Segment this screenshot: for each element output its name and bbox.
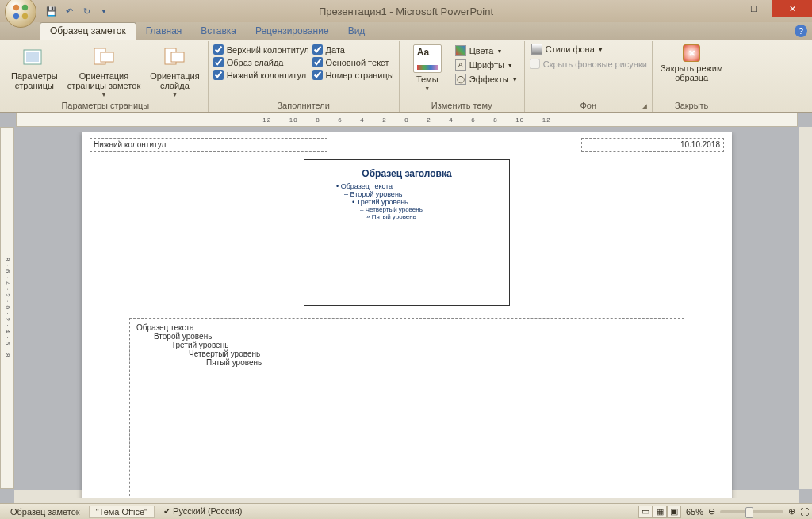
svg-point-0 — [13, 5, 19, 10]
view-buttons: ▭ ▦ ▣ — [638, 506, 681, 518]
ribbon: Параметры страницы Ориентация страницы з… — [0, 40, 812, 113]
zoom-value[interactable]: 65% — [686, 507, 703, 517]
page-setup-icon — [21, 44, 47, 70]
status-language[interactable]: ✔ Русский (Россия) — [156, 505, 249, 518]
zoom-in-button[interactable]: ⊕ — [788, 506, 795, 517]
edit-canvas[interactable]: Нижний колонтитул 10.10.2018 Образец заг… — [19, 132, 795, 498]
maximize-button[interactable]: ☐ — [736, 0, 772, 17]
help-icon[interactable]: ? — [795, 25, 807, 37]
redo-icon[interactable]: ↻ — [79, 4, 94, 18]
notes-orientation-icon — [91, 44, 117, 70]
chk-hide-bg-graphics[interactable]: Скрыть фоновые рисунки — [530, 59, 647, 69]
page-setup-label: Параметры страницы — [11, 71, 58, 90]
close-icon: ✕ — [683, 44, 700, 62]
header-placeholder[interactable]: Нижний колонтитул — [90, 138, 327, 152]
close-button[interactable]: ✕ — [772, 0, 812, 17]
fonts-icon: A — [455, 59, 466, 71]
zoom-slider[interactable] — [720, 510, 783, 513]
slide-image-placeholder[interactable]: Образец заголовка Образец текста Второй … — [304, 159, 510, 306]
chk-footer[interactable]: Нижний колонтитул — [213, 70, 309, 80]
qat-dropdown-icon[interactable]: ▼ — [97, 4, 111, 18]
date-placeholder[interactable]: 10.10.2018 — [581, 138, 724, 152]
svg-point-2 — [13, 13, 19, 19]
status-bar: Образец заметок "Тема Office" ✔ Русский … — [0, 503, 812, 519]
status-master[interactable]: Образец заметок — [3, 506, 87, 518]
colors-icon — [455, 45, 466, 56]
slide-title-sample: Образец заголовка — [304, 160, 509, 182]
group-page-label: Параметры страницы — [8, 100, 203, 112]
slideshow-view-icon[interactable]: ▣ — [667, 506, 681, 518]
group-placeholders-label: Заполнители — [213, 100, 394, 112]
svg-point-3 — [22, 13, 28, 19]
themes-button[interactable]: Темы ▼ — [404, 43, 450, 93]
theme-effects-button[interactable]: ◯Эффекты ▼ — [454, 73, 519, 86]
save-icon[interactable]: 💾 — [44, 4, 59, 18]
vertical-ruler[interactable]: 8 · 6 · 4 · 2 · 0 · 2 · 4 · 6 · 8 — [0, 127, 14, 489]
group-bg-label: Фон◢ — [530, 100, 647, 112]
chevron-down-icon: ▼ — [424, 86, 430, 91]
group-close-label: Закрыть — [657, 100, 726, 112]
slide-text-levels: Образец текста Второй уровень Третий уро… — [304, 182, 509, 220]
group-placeholders: Верхний колонтитул Образ слайда Нижний к… — [209, 41, 400, 112]
bg-styles-icon — [531, 44, 542, 55]
tab-review[interactable]: Рецензирование — [246, 23, 339, 40]
background-styles-button[interactable]: Стили фона ▼ — [530, 43, 605, 55]
spellcheck-icon: ✔ — [163, 506, 170, 516]
sorter-view-icon[interactable]: ▦ — [653, 506, 667, 518]
notes-orientation-label: Ориентация страницы заметок — [67, 71, 141, 90]
theme-fonts-button[interactable]: AШрифты ▼ — [454, 59, 519, 71]
chk-header[interactable]: Верхний колонтитул — [213, 44, 309, 55]
normal-view-icon[interactable]: ▭ — [638, 506, 653, 518]
chevron-down-icon: ▼ — [101, 92, 106, 97]
title-bar: 💾 ↶ ↻ ▼ Презентация1 - Microsoft PowerPo… — [0, 0, 812, 22]
window-buttons: — ☐ ✕ — [699, 0, 812, 17]
group-close: ✕ Закрыть режим образца Закрыть — [653, 41, 731, 112]
svg-rect-5 — [26, 52, 39, 62]
vertical-scrollbar[interactable] — [799, 127, 812, 489]
chk-date[interactable]: Дата — [312, 44, 394, 55]
zoom-out-button[interactable]: ⊖ — [708, 506, 715, 517]
themes-icon — [413, 44, 442, 73]
workspace: 12 · · · 10 · · · 8 · · · 6 · · · 4 · · … — [0, 113, 812, 503]
ribbon-tabs: Образец заметок Главная Вставка Рецензир… — [0, 22, 812, 40]
page-setup-button[interactable]: Параметры страницы — [8, 43, 61, 92]
fit-to-window-icon[interactable]: ⛶ — [800, 507, 809, 517]
close-master-view-button[interactable]: ✕ Закрыть режим образца — [657, 43, 726, 84]
notes-orientation-button[interactable]: Ориентация страницы заметок ▼ — [64, 43, 144, 99]
slide-orientation-label: Ориентация слайда — [150, 71, 199, 90]
themes-label: Темы — [416, 74, 439, 84]
tab-insert[interactable]: Вставка — [191, 23, 246, 40]
svg-point-1 — [22, 5, 28, 10]
window-title: Презентация1 - Microsoft PowerPoint — [0, 6, 812, 17]
group-edit-theme: Темы ▼ Цвета ▼ AШрифты ▼ ◯Эффекты ▼ Изме… — [400, 41, 525, 112]
chevron-down-icon: ▼ — [172, 92, 178, 97]
svg-rect-9 — [171, 52, 184, 62]
theme-colors-button[interactable]: Цвета ▼ — [454, 44, 519, 57]
tab-view[interactable]: Вид — [339, 23, 375, 40]
group-theme-label: Изменить тему — [404, 100, 519, 112]
minimize-button[interactable]: — — [699, 0, 736, 17]
dialog-launcher-icon[interactable]: ◢ — [642, 102, 647, 110]
effects-icon: ◯ — [455, 74, 466, 85]
notes-body-placeholder[interactable]: Образец текста Второй уровень Третий уро… — [129, 318, 684, 498]
tab-notes-master[interactable]: Образец заметок — [40, 22, 136, 40]
group-background: Стили фона ▼ Скрыть фоновые рисунки Фон◢ — [525, 41, 653, 112]
chk-slide-image[interactable]: Образ слайда — [213, 57, 309, 67]
group-page-setup: Параметры страницы Ориентация страницы з… — [3, 41, 209, 112]
undo-icon[interactable]: ↶ — [62, 4, 76, 18]
slide-orientation-icon — [162, 44, 187, 70]
horizontal-ruler[interactable]: 12 · · · 10 · · · 8 · · · 6 · · · 4 · · … — [16, 113, 798, 127]
notes-master-page[interactable]: Нижний колонтитул 10.10.2018 Образец заг… — [82, 132, 732, 498]
quick-access-toolbar: 💾 ↶ ↻ ▼ — [44, 4, 111, 18]
tab-home[interactable]: Главная — [136, 23, 192, 40]
svg-rect-7 — [101, 52, 113, 62]
status-theme[interactable]: "Тема Office" — [89, 506, 155, 518]
chk-body[interactable]: Основной текст — [312, 57, 394, 67]
chk-page-number[interactable]: Номер страницы — [312, 70, 394, 80]
slide-orientation-button[interactable]: Ориентация слайда ▼ — [147, 43, 202, 99]
close-master-label: Закрыть режим образца — [661, 63, 723, 82]
